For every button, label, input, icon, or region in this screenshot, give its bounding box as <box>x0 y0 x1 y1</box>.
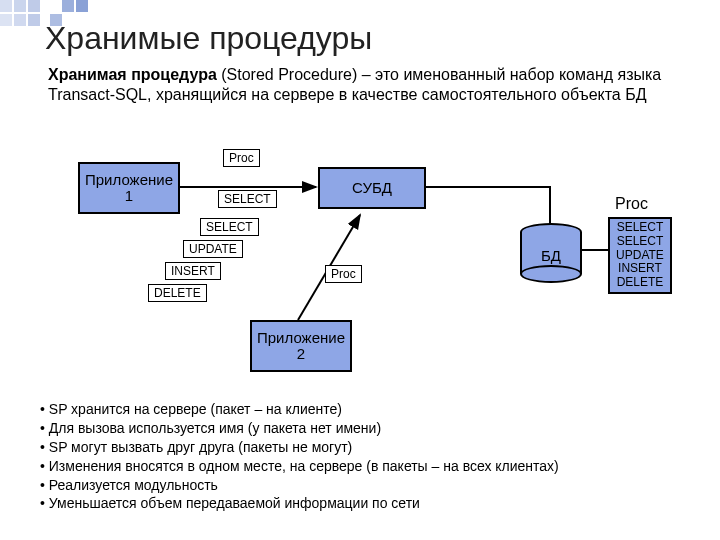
proc-box: SELECT SELECT UPDATE INSERT DELETE <box>608 217 672 294</box>
label-insert: INSERT <box>165 262 221 280</box>
box-app1: Приложение 1 <box>78 162 180 214</box>
definition-term: Хранимая процедура <box>48 66 217 83</box>
label-proc-2: Proc <box>325 265 362 283</box>
proc-op: UPDATE <box>614 249 666 263</box>
label-delete: DELETE <box>148 284 207 302</box>
label-proc-1: Proc <box>223 149 260 167</box>
label-update: UPDATE <box>183 240 243 258</box>
bullet-item: Реализуется модульность <box>40 476 690 495</box>
cylinder-label: БД <box>520 247 582 264</box>
page-title: Хранимые процедуры <box>45 20 372 57</box>
bullet-item: SP могут вызвать друг друга (пакеты не м… <box>40 438 690 457</box>
label-select-2: SELECT <box>200 218 259 236</box>
box-dbms: СУБД <box>318 167 426 209</box>
proc-op: INSERT <box>614 262 666 276</box>
proc-title: Proc <box>615 195 648 213</box>
bullet-item: Для вызова используется имя (у пакета не… <box>40 419 690 438</box>
proc-op: SELECT <box>614 221 666 235</box>
bullet-item: SP хранится на сервере (пакет – на клиен… <box>40 400 690 419</box>
box-app2: Приложение 2 <box>250 320 352 372</box>
bullet-item: Изменения вносятся в одном месте, на сер… <box>40 457 690 476</box>
cylinder-bottom <box>520 265 582 283</box>
bullet-list: SP хранится на сервере (пакет – на клиен… <box>40 400 690 513</box>
definition-text: Хранимая процедура (Stored Procedure) – … <box>48 65 670 105</box>
bullet-item: Уменьшается объем передаваемой информаци… <box>40 494 690 513</box>
proc-op: SELECT <box>614 235 666 249</box>
diagram: Приложение 1 СУБД Приложение 2 Proc SELE… <box>0 145 720 405</box>
label-select-1: SELECT <box>218 190 277 208</box>
proc-op: DELETE <box>614 276 666 290</box>
